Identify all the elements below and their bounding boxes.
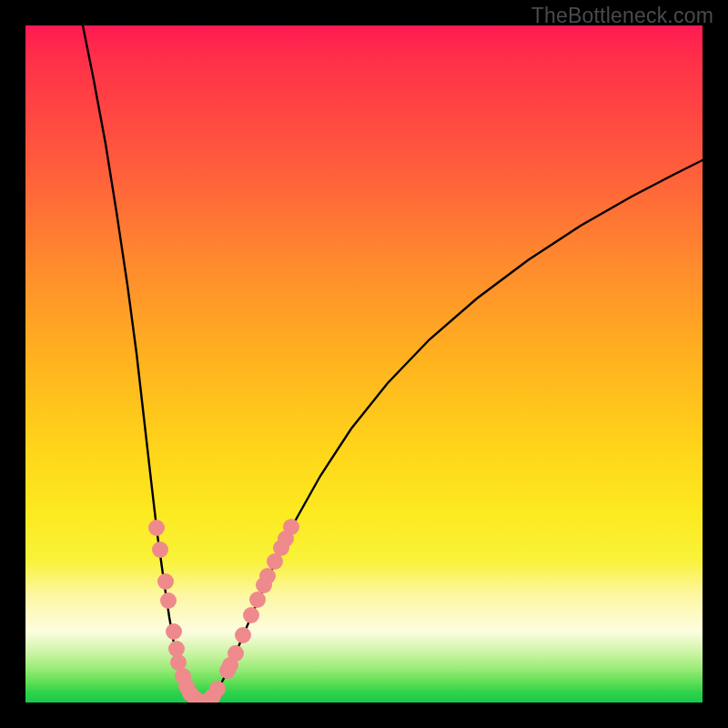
data-marker bbox=[160, 592, 177, 609]
plot-area bbox=[25, 25, 703, 703]
data-marker bbox=[209, 681, 226, 697]
data-marker bbox=[259, 568, 276, 584]
curve-right bbox=[200, 160, 703, 703]
marker-group bbox=[148, 519, 299, 703]
data-marker bbox=[283, 519, 299, 535]
data-marker bbox=[235, 627, 251, 643]
chart-overlay bbox=[25, 25, 703, 703]
data-marker bbox=[166, 623, 182, 640]
data-marker bbox=[157, 573, 174, 590]
data-marker bbox=[249, 592, 266, 608]
data-marker bbox=[228, 645, 244, 662]
curve-left bbox=[83, 25, 200, 703]
data-marker bbox=[152, 541, 168, 558]
watermark-text: TheBottleneck.com bbox=[531, 4, 713, 28]
data-marker bbox=[243, 607, 259, 623]
chart-frame: TheBottleneck.com bbox=[0, 0, 728, 728]
data-marker bbox=[148, 520, 165, 536]
